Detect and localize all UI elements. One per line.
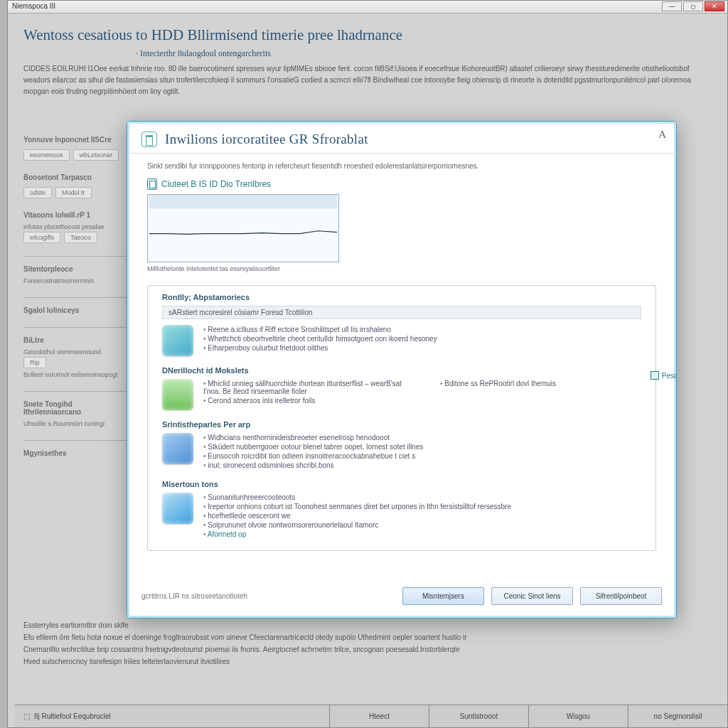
sidebar-text: Foreerustnatreomermnin bbox=[23, 277, 127, 284]
section-list: Widhcians nenthorninideisbreoeter esenel… bbox=[203, 433, 423, 470]
footer-button[interactable]: Wisgou bbox=[528, 705, 628, 727]
dialog-primary-button[interactable]: Misntemjsers bbox=[402, 587, 484, 605]
page-intro-paragraph: CIDDES EOILRUHI I1Oee eerkat lnhnrie roo… bbox=[8, 63, 727, 106]
list-item: Eunsocoh roicrdibt tion odieen insnoitre… bbox=[203, 451, 423, 461]
list-item: Stküdert nubberrgooer ootour blenel tabr… bbox=[203, 442, 423, 451]
page-heading: Wentoss cesatious to HDD Bllirmisend tim… bbox=[8, 14, 727, 48]
sidebar-text: Geordothol unmmweretund bbox=[23, 348, 127, 355]
list-item: Solprununet olvoie nontwornsorerounerlel… bbox=[203, 520, 511, 530]
window-title: Niemspoca III bbox=[12, 2, 55, 10]
drive-icon bbox=[162, 493, 193, 524]
dialog-corner-label: A bbox=[658, 129, 666, 141]
section-1: Rontlly; Abpstamoriecs sARstiert mcoresi… bbox=[148, 286, 655, 359]
page-subtitle: · Intecterthr 8ulaogdoul ontengarcherits bbox=[136, 48, 727, 59]
list-item: Reene a.iclliuss if Riff ectoire Sroshil… bbox=[203, 325, 437, 334]
section-4: Misertoun tons Suonanitunhreeercooteoots… bbox=[148, 473, 655, 542]
sidebar-button[interactable]: Taeoco bbox=[64, 232, 97, 243]
bottom-line: Cnemanllto wohrcitilue brip cossantroi f… bbox=[23, 643, 712, 655]
pill-label: Pescioud bbox=[662, 372, 676, 380]
section-heading: Srintistheparles Per arp bbox=[162, 420, 641, 429]
list-item: Widhcians nenthorninideisbreoeter esenel… bbox=[203, 433, 423, 442]
list-item-link[interactable]: Aformetd op bbox=[203, 530, 511, 539]
bottom-line: Efu efilerm öre fietu hotø noxue el doen… bbox=[23, 631, 712, 643]
sidebar-heading: BiLtre bbox=[23, 336, 127, 344]
sidebar-heading: Boosetont Tarpasco bbox=[23, 173, 127, 181]
sidebar-text: Bolleet sorulmot eelismomsopogt bbox=[23, 371, 127, 378]
dialog-body: Sinkl sendlbi fur innnppoones fentorip i… bbox=[127, 154, 676, 552]
bottom-line: Essterryles eartiormtlnr doin sklfe bbox=[23, 619, 712, 631]
section-list: Bditone ss RePRootirl dovl Ihemuis bbox=[440, 379, 641, 410]
chart-label: Ciuteet B IS ID Dio Trerilbres bbox=[147, 178, 656, 190]
globe-icon bbox=[162, 325, 193, 356]
line-chart bbox=[148, 195, 338, 262]
section-heading: DNerillocht id Mokslets bbox=[162, 366, 641, 375]
document-icon bbox=[147, 178, 157, 190]
svg-rect-0 bbox=[149, 195, 337, 209]
chart-label-text: Ciuteet B IS ID Dio Trerilbres bbox=[161, 179, 271, 189]
sidebar-button[interactable]: wbLetsonar bbox=[73, 149, 119, 161]
close-button[interactable]: ✕ bbox=[705, 1, 724, 11]
sidebar-heading: Vitaoons lolwill.rP 1 bbox=[23, 211, 127, 219]
footer-bar: ⬚8j Rultiefool Eequbruclel Hteect Suntis… bbox=[15, 705, 727, 727]
list-item: Whettchcti obeorhveltirle cheot ceritull… bbox=[203, 334, 437, 343]
section-heading: Rontlly; Abpstamoriecs bbox=[162, 293, 641, 301]
chart-preview bbox=[147, 194, 339, 262]
section-3: Srintistheparles Per arp Widhcians nenth… bbox=[148, 413, 655, 473]
dialog-intro: Sinkl sendlbi fur innnppoones fentorip i… bbox=[147, 162, 656, 170]
sidebar-button[interactable]: Modol tr bbox=[55, 187, 92, 198]
list-item: inul; sironecerd odsminloes shcribl.bons bbox=[203, 461, 423, 470]
section-2: DNerillocht id Mokslets Mhiclid unnieg s… bbox=[148, 359, 655, 413]
monitor-icon bbox=[162, 433, 193, 464]
minimize-button[interactable]: — bbox=[662, 1, 682, 11]
footer-status-icon: ⬚ bbox=[23, 712, 30, 720]
options-panel: Pescioud Rontlly; Abpstamoriecs sARstier… bbox=[147, 285, 656, 551]
bottom-paragraph: Essterryles eartiormtlnr doin sklfe Efu … bbox=[23, 619, 712, 668]
shield-icon bbox=[162, 379, 193, 410]
window-titlebar: Niemspoca III — ▢ ✕ bbox=[8, 1, 727, 14]
list-item: Irepertor onhions coburt ist Toonohest s… bbox=[203, 502, 511, 511]
list-item: Mhiclid unnieg sällhuorchide ihortean it… bbox=[203, 379, 405, 396]
sidebar-heading: Snete Tongihd Ithrilenniaorcano bbox=[23, 400, 127, 416]
sidebar-heading: Mgynisethes bbox=[23, 449, 127, 457]
section-heading: Misertoun tons bbox=[162, 480, 641, 488]
footer-button[interactable]: no Segmorslisil bbox=[628, 705, 727, 727]
sidebar: Yonnuve Inponcnet IISCre esomenoos wbLet… bbox=[23, 136, 127, 470]
footer-button[interactable]: Hteect bbox=[329, 705, 429, 727]
section-subbar: sARstiert mcoresirel cösiamr Foresd Tcot… bbox=[162, 306, 641, 319]
pill-icon bbox=[651, 371, 659, 380]
sidebar-button[interactable]: wlcogifls bbox=[23, 232, 60, 243]
dialog-window: Inwilions iorcoratitee GR Sfrorablat A S… bbox=[127, 121, 677, 619]
bottom-line: Hved sulscherocnoy tisrefesipn lriiles t… bbox=[23, 655, 712, 668]
side-pill[interactable]: Pescioud bbox=[651, 371, 676, 380]
dialog-header: Inwilions iorcoratitee GR Sfrorablat A bbox=[127, 122, 676, 154]
list-item: Bditone ss RePRootirl dovl Ihemuis bbox=[440, 379, 641, 388]
sidebar-text: Uhselile s.Roumniört coningi bbox=[23, 420, 127, 427]
sidebar-button[interactable]: odste bbox=[23, 187, 52, 198]
dialog-title: Inwilions iorcoratitee GR Sfrorablat bbox=[165, 132, 368, 146]
footer-button[interactable]: Suntistrooot bbox=[429, 705, 528, 727]
sidebar-button[interactable]: Rip bbox=[23, 357, 46, 368]
list-item: Elharperoboy oulurbut frietdoot olithes bbox=[203, 343, 437, 353]
section-list: Suonanitunhreeercooteoots Irepertor onhi… bbox=[203, 493, 511, 539]
maximize-button[interactable]: ▢ bbox=[683, 1, 703, 11]
dialog-secondary-button[interactable]: Ceonic Sinot liens bbox=[491, 587, 573, 605]
chart-caption: Milllothelonte Intelotentet tas essreyat… bbox=[147, 265, 656, 272]
sidebar-text: infotas plocethocost pesalae bbox=[23, 223, 127, 230]
sidebar-heading: Sitentorpleoce bbox=[23, 265, 127, 273]
section-list: Mhiclid unnieg sällhuorchide ihortean it… bbox=[203, 379, 405, 410]
dialog-icon bbox=[141, 132, 157, 147]
sidebar-button[interactable]: esomenoos bbox=[23, 149, 70, 161]
dialog-footnote: gcrtitrns LIR ns sitroseetanotloteh bbox=[141, 592, 247, 600]
section-list: Reene a.iclliuss if Riff ectoire Sroshil… bbox=[203, 325, 437, 356]
list-item: Cerond atnersos inls irelletror foils bbox=[203, 396, 405, 405]
list-item: hcefhetllede oesceront we bbox=[203, 511, 511, 520]
dialog-tertiary-button[interactable]: Sifrentilpoinbeot bbox=[580, 587, 662, 605]
sidebar-heading: Sgalol loliniceys bbox=[23, 306, 127, 314]
dialog-footer: gcrtitrns LIR ns sitroseetanotloteh Misn… bbox=[127, 582, 676, 611]
list-item: Suonanitunhreeercooteoots bbox=[203, 493, 511, 502]
footer-status: 8j Rultiefool Eequbruclel bbox=[34, 712, 111, 720]
sidebar-heading: Yonnuve Inponcnet IISCre bbox=[23, 136, 127, 144]
